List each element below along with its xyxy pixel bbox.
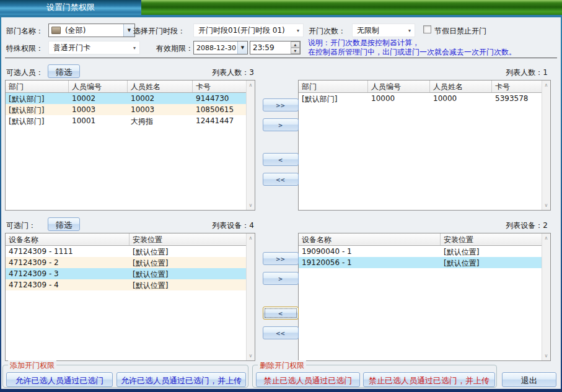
special-permission-value: 普通开门卡 <box>49 43 90 53</box>
door-row[interactable]: 19090040 - 1 [默认位置] <box>299 246 542 257</box>
spin-down-icon[interactable]: ▼ <box>291 48 300 54</box>
persons-move-left-button[interactable]: < <box>263 153 299 166</box>
cell-person-id: 10000 <box>368 93 430 104</box>
column-header-install-location[interactable]: 安装位置 <box>441 233 542 245</box>
allow-selected-button[interactable]: 允许已选人员通过已选门 <box>6 372 113 387</box>
persons-filter-button[interactable]: 筛选 <box>48 64 80 78</box>
selected-persons-table[interactable]: 部门 人员编号 人员姓名 卡号 [默认部门] 10000 10000 53935… <box>298 80 551 211</box>
scroll-down-icon[interactable]: ∨ <box>542 203 550 208</box>
department-combo-value: (全部) <box>61 25 86 36</box>
calendar-dropdown-icon: ▼ <box>237 41 247 54</box>
person-row[interactable]: [默认部门] 10002 10002 9144730 <box>6 93 246 104</box>
column-header-device-name[interactable]: 设备名称 <box>6 233 130 245</box>
cell-device-name: 19120056 - 1 <box>299 257 441 268</box>
cell-device-name: 47124309 - 3 <box>6 268 130 279</box>
person-row[interactable]: [默认部门] 10001 大拇指 12441447 <box>6 115 246 126</box>
cell-device-name: 47124309 - 2 <box>6 257 130 268</box>
available-doors-count: 列表设备：4 <box>155 220 254 231</box>
cell-install-location: [默认位置] <box>130 279 246 290</box>
cell-department: [默认部门] <box>6 93 69 104</box>
table-header: 设备名称 安装位置 <box>299 233 542 246</box>
available-doors-table[interactable]: 设备名称 安装位置 47124309 - 1111 [默认位置] 4712430… <box>5 233 255 361</box>
cell-card-no: 12441447 <box>193 115 246 126</box>
cell-device-name: 47124309 - 1111 <box>6 246 130 257</box>
cell-department: [默认部门] <box>299 93 368 104</box>
person-row[interactable]: [默认部门] 10003 10003 10850615 <box>6 104 246 115</box>
column-header-person-name[interactable]: 人员姓名 <box>430 81 492 92</box>
special-permission-combo[interactable]: 普通开门卡 ▾ <box>48 41 140 54</box>
chevron-down-icon: ▾ <box>133 45 136 51</box>
page-title: 设置门禁权限 <box>46 2 95 12</box>
add-permission-group-label: 添加开门权限 <box>8 360 56 371</box>
doors-filter-button[interactable]: 筛选 <box>48 217 80 231</box>
valid-date-picker[interactable]: 2088-12-30 ▼ <box>193 41 248 54</box>
special-permission-label: 特殊权限： <box>6 43 43 54</box>
cell-install-location: [默认位置] <box>130 257 246 268</box>
cell-person-id: 10001 <box>69 115 128 126</box>
cell-person-id: 10002 <box>69 93 128 104</box>
column-header-card-no[interactable]: 卡号 <box>492 81 542 92</box>
available-persons-table[interactable]: 部门 人员编号 人员姓名 卡号 [默认部门] 10002 10002 91447… <box>5 80 255 211</box>
open-period-label: 选择开门时段： <box>133 26 185 37</box>
vertical-scrollbar[interactable]: ∧ ∨ <box>542 81 550 210</box>
open-times-value: 无限制 <box>353 25 379 36</box>
allow-selected-upload-button[interactable]: 允许已选人员通过已选门，并上传 <box>116 372 246 387</box>
door-row[interactable]: 47124309 - 2 [默认位置] <box>6 257 246 268</box>
doors-move-right-button[interactable]: > <box>263 272 299 285</box>
exit-button[interactable]: 退出 <box>502 372 556 387</box>
department-combo[interactable]: (全部) ▼ <box>48 24 135 37</box>
open-times-combo[interactable]: 无限制 ▾ <box>352 24 415 37</box>
person-row[interactable]: [默认部门] 10000 10000 5393578 <box>299 93 542 104</box>
scroll-down-icon[interactable]: ∨ <box>542 353 550 359</box>
form-divider <box>5 58 557 58</box>
open-times-label: 开门次数： <box>309 26 346 37</box>
scroll-up-icon[interactable]: ∧ <box>542 82 550 88</box>
selected-doors-table[interactable]: 设备名称 安装位置 19090040 - 1 [默认位置] 19120056 -… <box>298 233 551 361</box>
cell-install-location: [默认位置] <box>441 246 542 257</box>
scroll-up-icon[interactable]: ∧ <box>247 82 255 88</box>
door-row[interactable]: 19120056 - 1 [默认位置] <box>299 257 542 268</box>
column-header-device-name[interactable]: 设备名称 <box>299 233 441 245</box>
scroll-up-icon[interactable]: ∧ <box>542 235 550 241</box>
cell-install-location: [默认位置] <box>130 246 246 257</box>
valid-date-value: 2088-12-30 <box>194 44 236 52</box>
valid-time-spinner[interactable]: 23:59 ▲ ▼ <box>250 41 301 54</box>
holiday-forbid-checkbox[interactable] <box>423 25 431 33</box>
column-header-person-id[interactable]: 人员编号 <box>368 81 430 92</box>
open-period-combo[interactable]: 开门时段01(开门时段 01) ▾ <box>193 24 304 37</box>
column-header-card-no[interactable]: 卡号 <box>193 81 246 92</box>
vertical-scrollbar[interactable]: ∧ ∨ <box>246 233 255 360</box>
doors-move-all-left-button[interactable]: << <box>263 326 299 339</box>
note-line-2: 在控制器所管理门中，出门或进门一次就会减去一次开门次数。 <box>308 48 516 56</box>
doors-move-all-right-button[interactable]: >> <box>263 252 299 265</box>
vertical-scrollbar[interactable]: ∧ ∨ <box>542 233 550 360</box>
door-row[interactable]: 47124309 - 4 [默认位置] <box>6 279 246 290</box>
column-header-department[interactable]: 部门 <box>6 81 69 92</box>
available-doors-label: 可选门： <box>6 220 36 231</box>
persons-move-right-button[interactable]: > <box>263 118 299 131</box>
set-door-permission-dialog: 设置门禁权限 部门名称： (全部) ▼ 选择开门时段： 开门时段01(开门时段 … <box>0 0 562 392</box>
column-header-department[interactable]: 部门 <box>299 81 368 92</box>
chevron-down-icon: ▾ <box>408 28 411 33</box>
deny-selected-button[interactable]: 禁止已选人员通过已选门 <box>256 372 360 387</box>
scroll-up-icon[interactable]: ∧ <box>247 235 255 241</box>
column-header-person-name[interactable]: 人员姓名 <box>128 81 193 92</box>
cell-department: [默认部门] <box>6 115 69 126</box>
titlebar-green-band <box>141 0 562 15</box>
persons-move-all-left-button[interactable]: << <box>263 173 299 186</box>
cell-card-no: 5393578 <box>492 93 542 104</box>
persons-move-all-right-button[interactable]: >> <box>263 98 299 111</box>
scroll-down-icon[interactable]: ∨ <box>247 353 255 359</box>
vertical-scrollbar[interactable]: ∧ ∨ <box>246 81 255 210</box>
selected-doors-count: 列表设备：2 <box>449 220 548 231</box>
titlebar-underline <box>0 15 562 17</box>
doors-move-left-button[interactable]: < <box>263 307 299 320</box>
spinner-buttons[interactable]: ▲ ▼ <box>291 41 300 54</box>
door-row[interactable]: 47124309 - 3 [默认位置] <box>6 268 246 279</box>
spin-up-icon[interactable]: ▲ <box>291 41 300 48</box>
door-row[interactable]: 47124309 - 1111 [默认位置] <box>6 246 246 257</box>
scroll-down-icon[interactable]: ∨ <box>247 203 255 208</box>
column-header-install-location[interactable]: 安装位置 <box>130 233 246 245</box>
deny-selected-upload-button[interactable]: 禁止已选人员通过已选门，并上传 <box>363 372 495 387</box>
column-header-person-id[interactable]: 人员编号 <box>69 81 128 92</box>
